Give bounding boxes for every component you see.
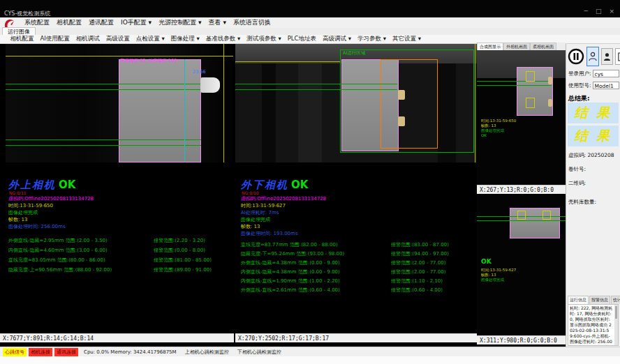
tab-highlight: [548, 77, 552, 84]
model-label: 使用型号:: [568, 82, 591, 89]
menu-bar: 系统配置相机配置通讯配置IO手配置 ▾光源控制配置 ▾查看 ▾系统语言切换: [0, 17, 620, 28]
toolbar-item[interactable]: 学习参数 ▾: [354, 35, 389, 43]
menu-item[interactable]: IO手配置 ▾: [117, 18, 155, 27]
overlay-baseline: [235, 61, 340, 62]
maximize-button[interactable]: □: [596, 8, 602, 15]
menu-item[interactable]: 查看 ▾: [205, 18, 230, 27]
toolbar-item[interactable]: 其它设置 ▾: [389, 35, 424, 43]
qrcode-field: 二维码:: [568, 180, 586, 187]
measure-line: [477, 85, 552, 86]
toolbar-item[interactable]: AI使用配置: [37, 35, 73, 43]
measurement-value: 直线宽度=83.05mm 范围:(80.00 - 86.00): [8, 255, 154, 265]
camera-info-line: 图像处理完成: [8, 209, 94, 216]
measurement-row: 隐藏宽度-上=90.56mm 范围:(88.00 - 92.00) 报警范围:(…: [8, 265, 212, 275]
preview2-info-lines: 时间:13-31-59-627帧数: 13图像处理完成: [481, 268, 516, 282]
left-camera-subinfo: NG:0/11: [9, 190, 27, 195]
status-badge: 相机连接: [29, 348, 52, 356]
menu-item[interactable]: 光源控制配置 ▾: [155, 18, 205, 27]
measurement-value: 内侧直线-隐藏=4.60mm 范围:(3.00 - 6.00): [8, 245, 154, 255]
menu-item[interactable]: 系统语言切换: [230, 18, 274, 27]
camera-status-ok: OK: [59, 179, 75, 191]
status-bar: 心跳信号相机连接通讯连接 Cpu: 0.0% Memory: 3424.4179…: [0, 347, 620, 356]
toolbar-item[interactable]: 高级设置: [103, 35, 133, 43]
tab-highlight: [398, 90, 405, 100]
preview1-pixel-coords: X:267;Y:13;R:0;G:0;B:0: [477, 185, 566, 194]
login-user-row: 登录用户: cys: [568, 70, 619, 77]
admin-user-button[interactable]: [601, 48, 613, 65]
preview-info-line: 时间:13-31-59-627: [481, 268, 516, 273]
menu-item[interactable]: 系统配置: [21, 18, 53, 27]
info-tab[interactable]: 运行信息: [568, 296, 589, 304]
left-pixel-coords: X:7677;Y:891;R:14;G:14;B:14: [0, 333, 234, 342]
measurement-row: 直线宽度=83.77mm 范围:(82.00 - 88.00) 报警范围:(83…: [241, 241, 449, 250]
toolbar-item[interactable]: 测试项参数 ▾: [244, 35, 284, 43]
app-window: CYS-视觉检测系统 ─ □ × 系统配置相机配置通讯配置IO手配置 ▾光源控制…: [0, 0, 620, 364]
preview-tab[interactable]: 合成图显示: [477, 43, 503, 50]
preview1-info-lines: 时间:13-31-59-650帧数: 13图像处理完成OK: [481, 119, 516, 138]
heartbeat-monitor-label: 下相机心跳检测监控: [237, 349, 281, 356]
log-text: 耗时: 222, 网络检测耗时: 17, 网络分类耗时: 0, 网络抓取分区耗时…: [568, 305, 618, 346]
left-camera-view[interactable]: 灰度阈值:93, 动态阈值:100 23.66: [6, 44, 233, 162]
measurement-row: 直线宽度=83.05mm 范围:(80.00 - 86.00) 报警范围:(81…: [8, 255, 212, 265]
status-badges: 心跳信号相机连接通讯连接: [3, 348, 78, 356]
toolbar-item[interactable]: 高级调试 ▾: [320, 35, 355, 43]
toolbar-item[interactable]: 图像处理 ▾: [168, 35, 202, 43]
measure-line: [477, 81, 552, 82]
measure-tag-label: 23.66: [193, 69, 206, 75]
detect-zone-box: [381, 59, 438, 149]
mid-pixel-coords: X:270;Y:2502;R:17;G:17;B:17: [235, 333, 477, 342]
minimize-button[interactable]: ─: [584, 8, 588, 15]
login-user-input[interactable]: cys: [593, 70, 619, 77]
alarm-range: 报警范围:(2.00 - 77.00): [391, 268, 445, 277]
exit-button[interactable]: [615, 48, 620, 65]
ai-region-label: AI运行区域: [343, 50, 365, 56]
measurement-value: 隐藏宽度-上=90.56mm 范围:(88.00 - 92.00): [8, 265, 154, 275]
heartbeat-monitors: 上相机心跳检测监控下相机心跳检测监控: [185, 349, 281, 356]
preview-view-1[interactable]: 时间:13-31-59-650帧数: 13图像处理完成OK: [477, 50, 566, 185]
scrollbar-thumb[interactable]: [615, 306, 617, 319]
measurement-value: 直线宽度=83.77mm 范围:(82.00 - 88.00): [241, 241, 391, 250]
pause-button[interactable]: [568, 48, 584, 65]
preview-tab[interactable]: 外相机画面: [503, 43, 530, 50]
preview-tab-strip: 合成图显示外相机画面底相机画面: [477, 43, 566, 50]
info-tab[interactable]: 报警信息: [589, 296, 610, 304]
camera-info-line: 时间:13-31-59-650: [8, 202, 94, 209]
measure-line: [477, 220, 566, 221]
alarm-range: 报警范围:(0.00 - 8.00): [154, 245, 205, 255]
mid-camera-view[interactable]: AI运行区域: [235, 44, 477, 162]
tab-highlight: [398, 116, 405, 126]
log-panel[interactable]: 耗时: 222, 网络检测耗时: 17, 网络分类耗时: 0, 网络抓取分区耗时…: [568, 304, 619, 346]
measurement-row: 内侧直线-隐藏=4.38mm 范围:(0.00 - 9.00) 报警范围:(2.…: [241, 268, 449, 277]
info-tab[interactable]: 统计信息: [611, 296, 620, 304]
camera-info-line: AI处理耗时: 7ms: [241, 209, 326, 216]
pause-icon: [568, 48, 584, 65]
result-text: 结 果: [575, 127, 612, 145]
needle-no-field: 卷针号:: [568, 166, 586, 173]
close-button[interactable]: ×: [609, 8, 614, 15]
roi-marker: [526, 98, 535, 108]
overlay-edge-line: [475, 44, 475, 162]
preview-info-line: 时间:13-31-59-650: [481, 119, 516, 123]
measure-line: [6, 84, 201, 84]
toolbar-item[interactable]: PLC地址表: [284, 35, 319, 43]
left-camera-info-lines: 虚拟码:Offline20250208133134728时间:13-31-59-…: [8, 195, 94, 230]
workpiece-region: [119, 59, 201, 162]
camera-info-line: 帧数: 13: [8, 216, 94, 223]
camera-name: 外下相机: [241, 179, 288, 191]
result-block-upper: 结 果: [568, 103, 619, 123]
menu-item[interactable]: 通讯配置: [85, 18, 117, 27]
preview-view-2[interactable]: OK 时间:13-31-59-627帧数: 13图像处理完成: [477, 194, 566, 335]
toolbar-item[interactable]: 相机调试: [73, 35, 103, 43]
measurement-value: 隐藏宽度-下=95.24mm 范围:(93.00 - 98.00): [241, 250, 391, 259]
menu-item[interactable]: 相机配置: [53, 18, 85, 27]
user-dark-icon: [603, 52, 611, 61]
toolbar-item[interactable]: 相机配置: [7, 35, 37, 43]
log-scrollbar[interactable]: [614, 305, 618, 345]
tab-strip: [0, 28, 620, 35]
preview-tab[interactable]: 底相机画面: [530, 43, 556, 50]
toolbar-item[interactable]: 点检设置 ▾: [133, 35, 168, 43]
model-input[interactable]: Model1: [593, 82, 619, 89]
login-user-button[interactable]: [586, 47, 599, 66]
toolbar-item[interactable]: 基准线参数 ▾: [202, 35, 243, 43]
stock-count-field: 壳料库数量:: [568, 199, 596, 206]
